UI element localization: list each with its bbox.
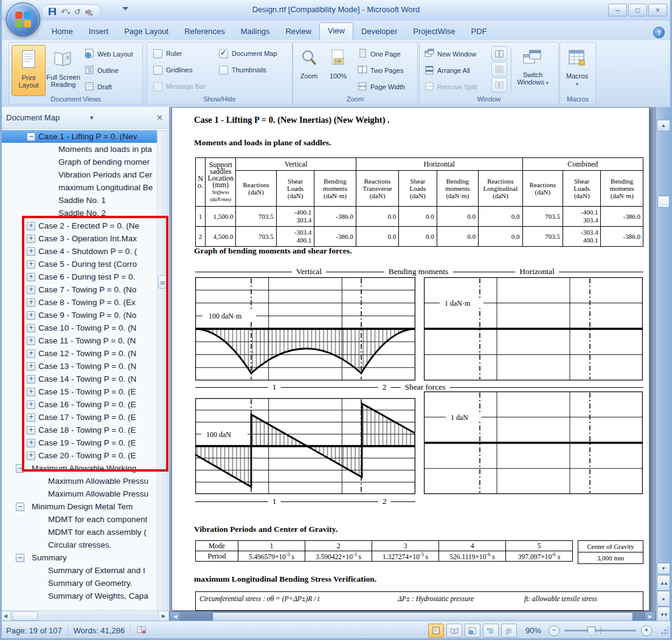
expander-icon[interactable]: +	[27, 426, 35, 435]
document-map-hscroll-thumb[interactable]	[12, 611, 38, 621]
document-map-vscrollbar[interactable]: ▬▬	[157, 130, 168, 611]
ribbon-tab[interactable]: Home	[44, 24, 81, 40]
document-map-item[interactable]: maximum Longitudinal Be	[0, 181, 157, 194]
document-map-item[interactable]: Summary of Geometry.	[0, 577, 157, 590]
switch-windows-button[interactable]: Switch Windows ▾	[513, 45, 552, 95]
document-map-item[interactable]: Vibration Periods and Cer	[0, 168, 157, 181]
document-map-item[interactable]: + Case 12 - Towing P = 0. (N	[0, 347, 157, 360]
document-map-item[interactable]: − Case 1 - Lifting P = 0. (Nev	[0, 130, 157, 143]
document-map-item[interactable]: Moments and loads in pla	[0, 143, 157, 156]
document-map-dropdown-icon[interactable]: ▼	[89, 115, 94, 121]
office-button[interactable]	[6, 2, 40, 36]
document-map-item[interactable]: + Case 20 - Towing P = 0. (E	[0, 449, 157, 462]
expander-icon[interactable]: +	[27, 439, 35, 447]
document-vscrollbar[interactable]: ▲ ▼ ▲▲ ● ▼▼	[656, 107, 671, 621]
full-screen-reading-button[interactable]: Full Screen Reading	[46, 45, 81, 95]
expander-icon[interactable]: −	[16, 554, 24, 562]
document-map-item[interactable]: Saddle No. 1	[0, 194, 157, 207]
show-hide-checkbox[interactable]: Gridlines	[153, 64, 220, 76]
draft-view-button[interactable]	[501, 624, 517, 638]
autocorrect-icon[interactable]: ab	[85, 8, 95, 16]
document-map-item[interactable]: Summary of External and I	[0, 564, 157, 577]
outline-view-button[interactable]	[483, 624, 499, 638]
document-map-vscroll-thumb[interactable]: ▬▬	[158, 275, 167, 289]
document-map-item[interactable]: MDMT for each component	[0, 513, 157, 526]
document-map-item[interactable]: + Case 13 - Towing P = 0. (N	[0, 360, 157, 373]
document-map-item[interactable]: + Case 17 - Towing P = 0. (E	[0, 411, 157, 424]
page-indicator[interactable]: Page: 19 of 107	[6, 626, 62, 635]
document-map-item[interactable]: + Case 19 - Towing P = 0. (E	[0, 436, 157, 449]
expander-icon[interactable]: +	[27, 401, 35, 409]
document-map-item[interactable]: + Case 11 - Towing P = 0. (N	[0, 334, 157, 347]
document-map-item[interactable]: + Case 15 - Towing P = 0. (E	[0, 385, 157, 398]
document-map-item[interactable]: − Maximum Allowable Working	[0, 462, 157, 475]
zoom-out-button[interactable]: –	[549, 625, 559, 636]
document-map-item[interactable]: Circular stresses.	[0, 538, 157, 551]
close-button[interactable]: ×	[648, 4, 667, 16]
page-width-button[interactable]: Page Width	[358, 80, 405, 94]
document-map-item[interactable]: + Case 6 - During test P = 0.	[0, 270, 157, 283]
checkbox-icon[interactable]	[153, 49, 162, 58]
document-page[interactable]: Case 1 - Lifting P = 0. (New Inertias) (…	[171, 107, 649, 611]
arrange-all-button[interactable]: Arrange All	[424, 64, 470, 77]
reset-window-position-button[interactable]	[491, 78, 507, 92]
expander-icon[interactable]: +	[27, 337, 35, 345]
word-count[interactable]: Words: 41,286	[74, 626, 125, 635]
scroll-left-icon[interactable]: ◀	[0, 611, 11, 621]
ribbon-tab[interactable]: Page Layout	[116, 24, 176, 40]
hscroll-thumb[interactable]	[212, 612, 633, 621]
expander-icon[interactable]: +	[27, 311, 35, 320]
document-map-item[interactable]: + Case 5 - During test (Corro	[0, 258, 157, 270]
view-side-by-side-button[interactable]	[491, 46, 507, 61]
checkbox-icon[interactable]	[153, 82, 162, 91]
checkbox-icon[interactable]	[153, 66, 162, 75]
expander-icon[interactable]: +	[27, 286, 35, 294]
expander-icon[interactable]: −	[16, 464, 24, 473]
expander-icon[interactable]: −	[27, 132, 35, 141]
document-map-item[interactable]: + Case 4 - Shutdown P = 0. (	[0, 245, 157, 258]
zoom-100-button[interactable]: 100 100%	[325, 45, 352, 95]
document-map-item[interactable]: Saddle No. 2	[0, 207, 157, 219]
document-map-hscrollbar[interactable]: ◀ ▶	[0, 610, 169, 621]
document-map-item[interactable]: + Case 9 - Towing P = 0. (No	[0, 309, 157, 322]
document-map-item[interactable]: + Case 7 - Towing P = 0. (No	[0, 283, 157, 296]
expander-icon[interactable]: +	[27, 324, 35, 332]
print-layout-view-button[interactable]	[428, 624, 444, 638]
scroll-right-icon[interactable]: ▶	[645, 611, 656, 622]
web-layout-button[interactable]: Web Layout	[85, 47, 133, 61]
resize-grip[interactable]	[660, 627, 668, 635]
expander-icon[interactable]: +	[27, 235, 35, 243]
ribbon-tab[interactable]: ProjectWise	[405, 24, 463, 40]
ribbon-tab[interactable]: References	[176, 24, 232, 40]
ribbon-tab[interactable]: Developer	[353, 24, 405, 40]
remove-split-button[interactable]: Remove Split	[424, 80, 477, 94]
qat-customize-icon[interactable]: ▬▾	[123, 6, 128, 11]
expander-icon[interactable]: +	[27, 375, 35, 384]
one-page-button[interactable]: One Page	[358, 47, 401, 61]
zoom-button[interactable]: Zoom	[296, 45, 322, 95]
expander-icon[interactable]: +	[27, 413, 35, 422]
document-map-item[interactable]: − Minimum Design Metal Tem	[0, 500, 157, 513]
expander-icon[interactable]: +	[27, 388, 35, 396]
document-map-item[interactable]: + Case 18 - Towing P = 0. (E	[0, 424, 157, 436]
full-screen-reading-view-button[interactable]	[446, 624, 462, 638]
document-hscrollbar[interactable]: ◀ ▶	[170, 611, 656, 621]
print-layout-button[interactable]: Print Layout	[12, 45, 46, 96]
two-pages-button[interactable]: Two Pages	[358, 64, 403, 77]
synchronous-scrolling-button[interactable]	[491, 62, 507, 77]
ribbon-tab[interactable]: PDF	[463, 24, 495, 40]
document-map-item[interactable]: Graph of bending momer	[0, 156, 157, 168]
zoom-slider-thumb[interactable]	[587, 627, 595, 636]
draft-button[interactable]: Draft	[85, 80, 112, 94]
ribbon-tab[interactable]: Insert	[81, 24, 117, 40]
document-map-item[interactable]: + Case 2 - Erected P = 0. (Ne	[0, 219, 157, 232]
scroll-down-icon[interactable]: ▼	[657, 563, 670, 574]
scroll-up-icon[interactable]: ▲	[657, 120, 670, 131]
scroll-right-icon[interactable]: ▶	[158, 611, 169, 621]
ribbon-tab[interactable]: Mailings	[233, 24, 278, 40]
undo-icon[interactable]: ↶▾	[61, 8, 70, 16]
document-map-item[interactable]: + Case 8 - Towing P = 0. (Ex	[0, 296, 157, 309]
document-map-item[interactable]: + Case 14 - Towing P = 0. (N	[0, 373, 157, 385]
help-icon[interactable]: ?	[653, 27, 665, 38]
document-map-close-icon[interactable]: ✕	[156, 113, 163, 122]
